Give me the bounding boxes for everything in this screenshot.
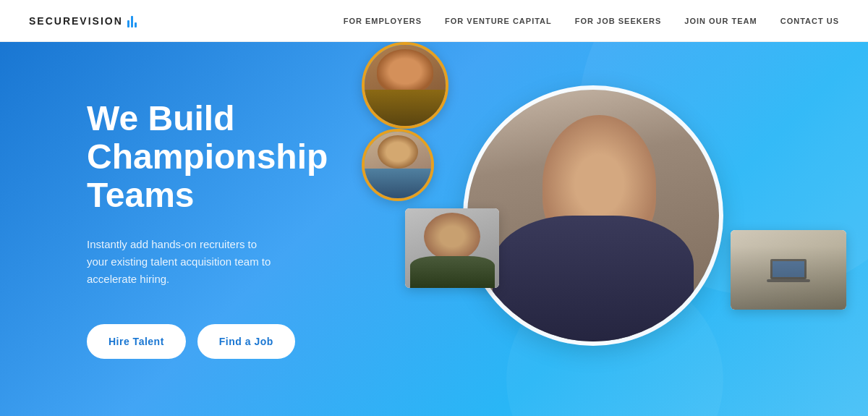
nav-for-employers[interactable]: FOR EMPLOYERS [344, 17, 422, 25]
laptop-photo [731, 230, 846, 310]
logo[interactable]: SECUREVISION [29, 14, 137, 27]
svg-rect-1 [773, 261, 804, 277]
nav-for-job-seekers[interactable]: FOR JOB SEEKERS [575, 17, 662, 25]
laptop-photo-card [731, 230, 846, 310]
logo-bar-3 [135, 22, 137, 27]
logo-bars-icon [127, 14, 137, 27]
find-a-job-button[interactable]: Find a Job [197, 324, 295, 359]
woman-circle-inner [365, 45, 446, 126]
hero-content: We Build Championship Teams Instantly ad… [87, 100, 362, 359]
bottom-circle-photo [362, 129, 434, 201]
logo-bar-2 [131, 16, 133, 27]
laptop-icon [767, 255, 810, 284]
nav-for-venture-capital[interactable]: FOR VENTURE CAPITAL [445, 17, 552, 25]
svg-rect-2 [767, 279, 810, 282]
nav-join-our-team[interactable]: JOIN OUR TEAM [684, 17, 757, 25]
bottom-circle-inner [365, 132, 431, 198]
hero-title: We Build Championship Teams [87, 100, 362, 214]
main-circle-image [463, 85, 723, 346]
hero-subtitle: Instantly add hands-on recruiters to you… [87, 236, 275, 288]
hero-visuals [362, 42, 868, 416]
logo-text: SECUREVISION [29, 15, 123, 27]
nav-contact-us[interactable]: CONTACT US [780, 17, 839, 25]
svg-rect-0 [770, 259, 807, 279]
man-photo [405, 208, 499, 288]
hire-talent-button[interactable]: Hire Talent [87, 324, 186, 359]
logo-bar-1 [127, 20, 129, 27]
hero-buttons: Hire Talent Find a Job [87, 324, 362, 359]
woman-circle-photo [362, 42, 448, 129]
man-photo-card [405, 208, 499, 288]
header: SECUREVISION FOR EMPLOYERS FOR VENTURE C… [0, 0, 868, 42]
hero-section: We Build Championship Teams Instantly ad… [0, 42, 868, 416]
main-person-photo [467, 90, 719, 341]
main-nav: FOR EMPLOYERS FOR VENTURE CAPITAL FOR JO… [344, 17, 839, 25]
